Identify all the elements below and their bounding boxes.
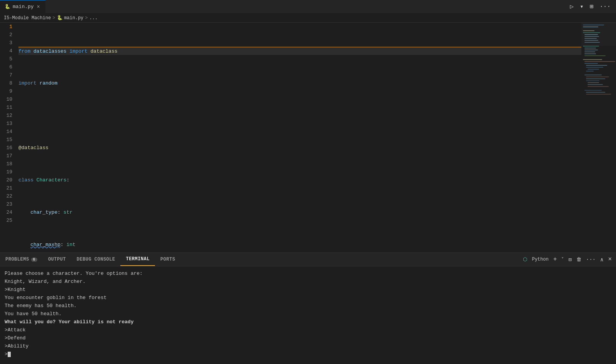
python-file-icon: 🐍	[5, 4, 10, 10]
tab-bar-left: 🐍 main.py ×	[0, 0, 46, 13]
svg-rect-6	[584, 34, 598, 35]
tab-bar-right: ▷ ▾ ⊞ ···	[568, 1, 616, 12]
breadcrumb-file-icon: 🐍	[57, 15, 63, 21]
breadcrumb-dots[interactable]: ...	[89, 15, 98, 21]
panel-tabs-left: PROBLEMS 6 OUTPUT DEBUG CONSOLE TERMINAL…	[0, 253, 181, 266]
code-area[interactable]: 1 2 3 4 5 6 7 8 9 10 11 12 13 14 15 16 1…	[0, 23, 616, 253]
svg-rect-20	[586, 65, 607, 66]
breadcrumb-file[interactable]: main.py	[64, 15, 83, 21]
tab-debug-console[interactable]: DEBUG CONSOLE	[71, 253, 120, 266]
add-terminal-icon[interactable]: +	[552, 255, 558, 264]
svg-rect-3	[583, 27, 598, 27]
more-icon[interactable]: ···	[598, 2, 612, 12]
terminal-line-3: >Knight	[5, 286, 611, 294]
panel: PROBLEMS 6 OUTPUT DEBUG CONSOLE TERMINAL…	[0, 253, 616, 364]
svg-rect-23	[586, 71, 594, 71]
breadcrumb-sep2: >	[85, 15, 88, 21]
python-terminal-icon: ⬡	[522, 255, 528, 264]
code-line-1: from dataclasses import dataclass	[18, 47, 581, 55]
code-content[interactable]: from dataclasses import dataclass import…	[15, 23, 581, 253]
close-panel-icon[interactable]: ×	[607, 255, 613, 264]
svg-rect-30	[588, 86, 609, 87]
terminal-line-5: The enemy has 50 health.	[5, 302, 611, 310]
breadcrumb-folder[interactable]: I5-Module Machine	[4, 15, 51, 21]
code-line-6: char_type: str	[18, 208, 581, 216]
svg-rect-4	[583, 30, 594, 31]
layout-icon[interactable]: ⊞	[588, 1, 595, 12]
terminal-line-1: Please choose a character. You're option…	[5, 269, 611, 278]
tab-name: main.py	[13, 4, 34, 10]
tab-terminal[interactable]: TERMINAL	[120, 253, 155, 266]
svg-rect-13	[584, 50, 598, 50]
terminal-line-4: You encounter goblin in the forest	[5, 294, 611, 302]
svg-rect-21	[586, 67, 603, 68]
svg-rect-0	[581, 23, 616, 226]
svg-rect-17	[583, 59, 602, 60]
breadcrumb: I5-Module Machine > 🐍 main.py > ...	[0, 13, 616, 23]
svg-rect-8	[584, 38, 597, 39]
tab-output-label: OUTPUT	[48, 257, 66, 262]
svg-rect-27	[586, 80, 599, 81]
terminal-line-7: What will you do? Your ability is not re…	[5, 318, 611, 326]
svg-rect-24	[584, 75, 602, 75]
terminal-prompt: >	[5, 351, 8, 357]
svg-rect-15	[584, 53, 596, 54]
svg-rect-22	[588, 69, 599, 70]
code-line-2: import random	[18, 79, 581, 87]
python-label: Python	[531, 256, 549, 263]
tab-terminal-label: TERMINAL	[126, 256, 150, 262]
problems-badge: 6	[31, 258, 38, 262]
tab-output[interactable]: OUTPUT	[43, 253, 71, 266]
terminal-line-10: >Ability	[5, 342, 611, 350]
minimap	[581, 23, 616, 253]
terminal-content[interactable]: Please choose a character. You're option…	[0, 266, 616, 364]
tab-ports[interactable]: PORTS	[155, 253, 181, 266]
code-line-5: class Characters:	[18, 176, 581, 184]
svg-rect-7	[584, 36, 599, 37]
editor-main: 1 2 3 4 5 6 7 8 9 10 11 12 13 14 15 16 1…	[0, 23, 616, 253]
tab-problems-label: PROBLEMS	[5, 257, 29, 262]
panel-tabs-right: ⬡ Python + ˅ ⊟ 🗑 ··· ∧ ×	[522, 255, 616, 264]
terminal-line-6: You have 50 health.	[5, 310, 611, 318]
svg-rect-33	[586, 94, 611, 95]
svg-rect-10	[584, 42, 600, 43]
tab-bar: 🐍 main.py × ▷ ▾ ⊞ ···	[0, 0, 616, 13]
panel-tabs: PROBLEMS 6 OUTPUT DEBUG CONSOLE TERMINAL…	[0, 253, 616, 266]
svg-rect-28	[588, 82, 599, 83]
tab-main-py[interactable]: 🐍 main.py ×	[0, 0, 46, 13]
svg-rect-26	[586, 78, 605, 79]
svg-rect-9	[584, 40, 598, 41]
run-icon[interactable]: ▷	[568, 1, 575, 12]
trash-terminal-icon[interactable]: 🗑	[575, 256, 583, 264]
svg-rect-14	[584, 52, 595, 52]
tab-debug-label: DEBUG CONSOLE	[77, 257, 115, 262]
terminal-line-8: >Attack	[5, 326, 611, 334]
code-line-3	[18, 111, 581, 120]
svg-rect-12	[584, 48, 596, 48]
run-dropdown-icon[interactable]: ▾	[578, 1, 585, 12]
svg-rect-32	[586, 92, 605, 93]
terminal-line-prompt: >	[5, 350, 611, 358]
svg-rect-16	[584, 55, 606, 56]
svg-rect-31	[584, 90, 602, 91]
tab-ports-label: PORTS	[160, 257, 175, 262]
maximize-panel-icon[interactable]: ∧	[599, 255, 604, 264]
more-terminal-icon[interactable]: ···	[585, 255, 597, 264]
terminal-dropdown-icon[interactable]: ˅	[560, 256, 565, 264]
breadcrumb-sep1: >	[52, 15, 55, 21]
editor-container: 1 2 3 4 5 6 7 8 9 10 11 12 13 14 15 16 1…	[0, 23, 616, 253]
svg-rect-18	[584, 61, 615, 62]
terminal-line-2: Knight, Wizard, and Archer.	[5, 278, 611, 286]
code-line-7: char_maxhp: int	[18, 241, 581, 249]
code-line-4: @dataclass	[18, 144, 581, 152]
tab-close-icon[interactable]: ×	[36, 3, 41, 11]
svg-rect-2	[583, 25, 604, 25]
tab-problems[interactable]: PROBLEMS 6	[0, 253, 43, 266]
split-terminal-icon[interactable]: ⊟	[567, 255, 573, 264]
svg-rect-29	[588, 84, 603, 85]
terminal-line-9: >Defend	[5, 334, 611, 342]
svg-rect-25	[586, 76, 609, 77]
svg-rect-5	[583, 32, 600, 33]
svg-rect-11	[583, 46, 599, 47]
terminal-cursor	[8, 352, 11, 357]
